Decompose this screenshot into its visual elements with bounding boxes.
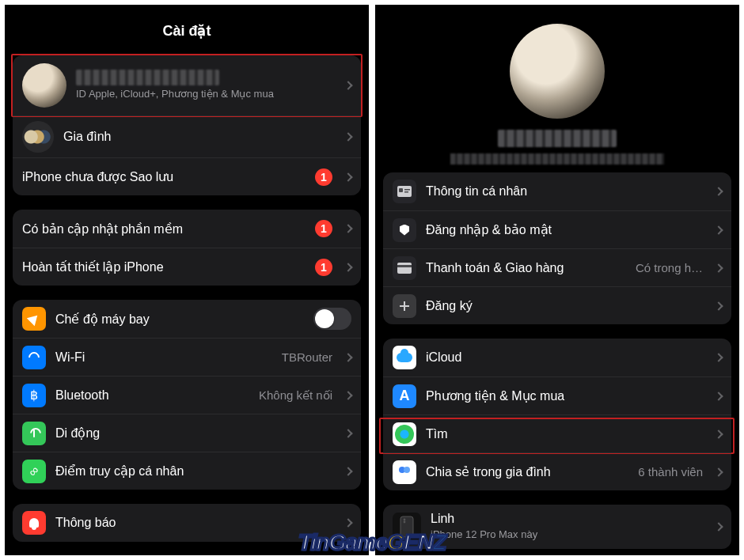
personal-info-row[interactable]: Thông tin cá nhân [383,172,731,210]
badge-count: 1 [315,259,332,276]
chevron-icon [714,353,723,361]
appstore-icon: A [393,384,416,408]
personal-info-label: Thông tin cá nhân [426,184,703,199]
chevron-icon [714,187,723,195]
notifications-label: Thông báo [55,516,332,530]
credit-card-icon [393,256,416,280]
media-purchases-row[interactable]: A Phương tiện & Mục mua [383,376,731,414]
svg-rect-2 [404,189,410,191]
chevron-icon [714,429,723,438]
cellular-label: Di động [55,426,332,441]
hotspot-label: Điểm truy cập cá nhân [55,464,332,479]
svg-rect-3 [404,191,408,193]
chevron-icon [714,225,723,234]
chevron-icon [714,467,723,476]
chevron-icon [344,429,352,437]
chevron-icon [344,467,352,475]
chevron-icon [344,518,352,527]
family-row[interactable]: Gia đình [13,115,361,157]
media-label: Phương tiện & Mục mua [426,388,703,403]
subscriptions-label: Đăng ký [426,299,703,313]
family-icon [393,460,416,484]
badge-count: 1 [315,220,332,237]
finish-setup-label: Hoàn tất thiết lập iPhone [22,259,306,274]
profile-hero [383,11,731,172]
shield-icon [393,218,416,242]
svg-rect-1 [399,188,403,192]
airplane-icon [22,307,46,331]
section-account: ID Apple, iCloud+, Phương tiện & Mục mua… [13,55,361,195]
user-name-redacted [498,130,617,147]
family-label: Gia đình [63,130,332,144]
apple-id-screen: Thông tin cá nhân Đăng nhập & bảo mật Th… [375,5,739,555]
plus-circle-icon [393,294,416,318]
wifi-row[interactable]: Wi-Fi TBRouter [13,338,361,376]
chevron-icon [344,132,352,141]
user-name-redacted [76,70,219,85]
backup-warning-row[interactable]: iPhone chưa được Sao lưu 1 [13,157,361,195]
section-updates: Có bản cập nhật phần mềm 1 Hoàn tất thiế… [13,210,361,286]
chevron-icon [344,81,352,89]
payment-value: Có trong h… [636,261,703,274]
signin-security-row[interactable]: Đăng nhập & bảo mật [383,210,731,248]
chevron-icon [714,392,723,400]
svg-rect-5 [397,265,412,267]
chevron-icon [714,522,723,531]
software-update-label: Có bản cập nhật phần mềm [22,221,306,236]
section-services: iCloud A Phương tiện & Mục mua Tìm Chia … [383,339,731,490]
svg-point-7 [404,519,406,521]
bluetooth-value: Không kết nối [259,388,332,403]
apple-id-row[interactable]: ID Apple, iCloud+, Phương tiện & Mục mua [13,55,361,115]
find-my-icon [393,422,416,446]
chevron-icon [344,263,352,271]
section-connectivity: Chế độ máy bay Wi-Fi TBRouter ฿ Bluetoot… [13,300,361,490]
svg-point-8 [404,521,406,524]
chevron-icon [344,391,352,399]
chevron-icon [344,353,352,361]
settings-screen: Cài đặt ID Apple, iCloud+, Phương tiện &… [5,5,369,555]
find-my-label: Tìm [426,427,703,441]
id-card-icon [393,180,416,203]
watermark-logo: TinGameGENZ [298,530,446,555]
hotspot-row[interactable]: ∞ Điểm truy cập cá nhân [13,452,361,490]
chevron-icon [344,172,352,181]
family-sharing-label: Chia sẻ trong gia đình [426,464,628,479]
badge-count: 1 [315,168,332,186]
bluetooth-row[interactable]: ฿ Bluetooth Không kết nối [13,376,361,414]
svg-rect-4 [397,263,412,274]
bluetooth-label: Bluetooth [55,388,249,403]
payment-label: Thanh toán & Giao hàng [426,261,626,275]
wifi-label: Wi-Fi [55,350,272,365]
software-update-row[interactable]: Có bản cập nhật phần mềm 1 [13,210,361,248]
backup-warning-label: iPhone chưa được Sao lưu [22,169,306,184]
device-model-label: iPhone 12 Pro Max này [431,528,703,541]
payment-row[interactable]: Thanh toán & Giao hàng Có trong h… [383,248,731,286]
settings-title: Cài đặt [13,22,361,40]
family-avatars-icon [22,121,54,153]
apple-id-subtitle: ID Apple, iCloud+, Phương tiện & Mục mua [76,88,332,100]
family-sharing-row[interactable]: Chia sẻ trong gia đình 6 thành viên [383,452,731,490]
airplane-switch[interactable] [313,308,351,330]
cellular-icon [22,422,46,445]
chevron-icon [714,301,723,310]
cellular-row[interactable]: Di động [13,414,361,452]
device-name-label: Linh [431,512,703,526]
finish-setup-row[interactable]: Hoàn tất thiết lập iPhone 1 [13,248,361,286]
user-email-redacted [450,153,664,165]
find-my-row[interactable]: Tìm [383,414,731,452]
hotspot-icon: ∞ [22,460,46,483]
avatar-large[interactable] [510,24,605,119]
section-account-info: Thông tin cá nhân Đăng nhập & bảo mật Th… [383,172,731,324]
airplane-row[interactable]: Chế độ máy bay [13,300,361,338]
bluetooth-icon: ฿ [22,384,46,407]
icloud-icon [393,346,416,369]
icloud-row[interactable]: iCloud [383,339,731,376]
bell-icon [22,511,46,535]
wifi-icon [22,346,46,369]
airplane-label: Chế độ máy bay [55,312,304,327]
chevron-icon [344,224,352,233]
icloud-label: iCloud [426,350,703,365]
wifi-value: TBRouter [282,350,332,364]
family-sharing-value: 6 thành viên [638,465,703,479]
subscriptions-row[interactable]: Đăng ký [383,286,731,324]
